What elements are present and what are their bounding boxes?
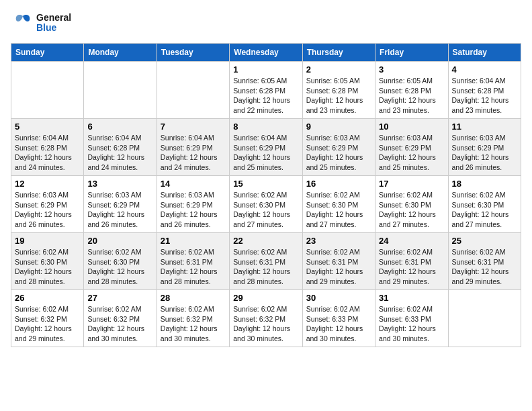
weekday-header: Saturday (448, 44, 521, 62)
day-info: Sunrise: 6:03 AMSunset: 6:29 PMDaylight:… (306, 133, 371, 173)
day-info: Sunrise: 6:02 AMSunset: 6:31 PMDaylight:… (233, 247, 298, 287)
day-number: 12 (15, 179, 80, 189)
day-number: 29 (233, 293, 298, 303)
calendar-day-cell: 23Sunrise: 6:02 AMSunset: 6:31 PMDayligh… (302, 233, 375, 290)
calendar-day-cell: 7Sunrise: 6:04 AMSunset: 6:29 PMDaylight… (157, 119, 229, 176)
calendar-week-row: 12Sunrise: 6:03 AMSunset: 6:29 PMDayligh… (11, 176, 521, 233)
day-number: 21 (161, 236, 226, 246)
day-number: 10 (379, 122, 444, 132)
calendar-day-cell: 16Sunrise: 6:02 AMSunset: 6:30 PMDayligh… (302, 176, 375, 233)
calendar-day-cell: 4Sunrise: 6:04 AMSunset: 6:28 PMDaylight… (448, 62, 521, 119)
day-info: Sunrise: 6:04 AMSunset: 6:28 PMDaylight:… (15, 133, 80, 173)
day-info: Sunrise: 6:05 AMSunset: 6:28 PMDaylight:… (233, 76, 298, 116)
day-info: Sunrise: 6:02 AMSunset: 6:32 PMDaylight:… (161, 304, 226, 344)
calendar-table: SundayMondayTuesdayWednesdayThursdayFrid… (11, 43, 521, 347)
calendar-day-cell: 19Sunrise: 6:02 AMSunset: 6:30 PMDayligh… (11, 233, 84, 290)
day-number: 19 (15, 236, 80, 246)
day-info: Sunrise: 6:03 AMSunset: 6:29 PMDaylight:… (452, 133, 517, 173)
calendar-day-cell: 10Sunrise: 6:03 AMSunset: 6:29 PMDayligh… (375, 119, 448, 176)
calendar-day-cell: 11Sunrise: 6:03 AMSunset: 6:29 PMDayligh… (448, 119, 521, 176)
day-info: Sunrise: 6:03 AMSunset: 6:29 PMDaylight:… (379, 133, 444, 173)
calendar-week-row: 26Sunrise: 6:02 AMSunset: 6:32 PMDayligh… (11, 290, 521, 347)
calendar-day-cell: 22Sunrise: 6:02 AMSunset: 6:31 PMDayligh… (230, 233, 302, 290)
day-number: 5 (15, 122, 80, 132)
day-info: Sunrise: 6:03 AMSunset: 6:29 PMDaylight:… (161, 190, 226, 230)
day-number: 1 (233, 64, 298, 75)
day-number: 20 (87, 236, 152, 246)
calendar-day-cell: 25Sunrise: 6:02 AMSunset: 6:31 PMDayligh… (448, 233, 521, 290)
calendar-day-cell (84, 62, 157, 119)
calendar-day-cell: 6Sunrise: 6:04 AMSunset: 6:28 PMDaylight… (84, 119, 157, 176)
page-header: General Blue (11, 11, 521, 35)
day-number: 16 (306, 179, 371, 189)
calendar-day-cell: 5Sunrise: 6:04 AMSunset: 6:28 PMDaylight… (11, 119, 84, 176)
calendar-day-cell: 27Sunrise: 6:02 AMSunset: 6:32 PMDayligh… (84, 290, 157, 347)
day-number: 31 (379, 293, 444, 303)
calendar-day-cell: 28Sunrise: 6:02 AMSunset: 6:32 PMDayligh… (157, 290, 229, 347)
day-info: Sunrise: 6:02 AMSunset: 6:30 PMDaylight:… (306, 190, 371, 230)
day-number: 25 (452, 236, 517, 246)
day-number: 11 (452, 122, 517, 132)
day-info: Sunrise: 6:04 AMSunset: 6:28 PMDaylight:… (87, 133, 152, 173)
calendar-day-cell: 30Sunrise: 6:02 AMSunset: 6:33 PMDayligh… (302, 290, 375, 347)
calendar-day-cell: 12Sunrise: 6:03 AMSunset: 6:29 PMDayligh… (11, 176, 84, 233)
day-info: Sunrise: 6:02 AMSunset: 6:30 PMDaylight:… (379, 190, 444, 230)
calendar-day-cell: 8Sunrise: 6:04 AMSunset: 6:29 PMDaylight… (230, 119, 302, 176)
day-number: 13 (87, 179, 152, 189)
day-info: Sunrise: 6:02 AMSunset: 6:31 PMDaylight:… (452, 247, 517, 287)
calendar-day-cell: 17Sunrise: 6:02 AMSunset: 6:30 PMDayligh… (375, 176, 448, 233)
day-info: Sunrise: 6:02 AMSunset: 6:30 PMDaylight:… (15, 247, 80, 287)
day-info: Sunrise: 6:04 AMSunset: 6:29 PMDaylight:… (161, 133, 226, 173)
calendar-day-cell: 26Sunrise: 6:02 AMSunset: 6:32 PMDayligh… (11, 290, 84, 347)
day-number: 18 (452, 179, 517, 189)
weekday-header: Monday (84, 44, 157, 62)
calendar-day-cell: 29Sunrise: 6:02 AMSunset: 6:32 PMDayligh… (230, 290, 302, 347)
calendar-day-cell (448, 290, 521, 347)
calendar-day-cell: 15Sunrise: 6:02 AMSunset: 6:30 PMDayligh… (230, 176, 302, 233)
weekday-header: Wednesday (230, 44, 302, 62)
day-info: Sunrise: 6:02 AMSunset: 6:31 PMDaylight:… (161, 247, 226, 287)
day-info: Sunrise: 6:04 AMSunset: 6:29 PMDaylight:… (233, 133, 298, 173)
day-number: 28 (161, 293, 226, 303)
day-number: 15 (233, 179, 298, 189)
calendar-day-cell: 18Sunrise: 6:02 AMSunset: 6:30 PMDayligh… (448, 176, 521, 233)
logo-blue: Blue (36, 23, 71, 33)
day-info: Sunrise: 6:02 AMSunset: 6:30 PMDaylight:… (452, 190, 517, 230)
weekday-header: Friday (375, 44, 448, 62)
day-number: 23 (306, 236, 371, 246)
calendar-week-row: 19Sunrise: 6:02 AMSunset: 6:30 PMDayligh… (11, 233, 521, 290)
logo-bird-icon (11, 11, 35, 35)
calendar-day-cell: 9Sunrise: 6:03 AMSunset: 6:29 PMDaylight… (302, 119, 375, 176)
calendar-day-cell: 13Sunrise: 6:03 AMSunset: 6:29 PMDayligh… (84, 176, 157, 233)
weekday-header: Tuesday (157, 44, 229, 62)
day-number: 17 (379, 179, 444, 189)
day-number: 22 (233, 236, 298, 246)
weekday-header: Sunday (11, 44, 84, 62)
day-info: Sunrise: 6:02 AMSunset: 6:30 PMDaylight:… (233, 190, 298, 230)
day-number: 30 (306, 293, 371, 303)
calendar-week-row: 5Sunrise: 6:04 AMSunset: 6:28 PMDaylight… (11, 119, 521, 176)
day-info: Sunrise: 6:02 AMSunset: 6:32 PMDaylight:… (15, 304, 80, 344)
calendar-day-cell: 20Sunrise: 6:02 AMSunset: 6:30 PMDayligh… (84, 233, 157, 290)
day-info: Sunrise: 6:02 AMSunset: 6:32 PMDaylight:… (87, 304, 152, 344)
day-info: Sunrise: 6:02 AMSunset: 6:33 PMDaylight:… (306, 304, 371, 344)
day-info: Sunrise: 6:03 AMSunset: 6:29 PMDaylight:… (15, 190, 80, 230)
day-info: Sunrise: 6:02 AMSunset: 6:32 PMDaylight:… (233, 304, 298, 344)
logo: General Blue (11, 11, 71, 35)
calendar-header-row: SundayMondayTuesdayWednesdayThursdayFrid… (11, 44, 521, 62)
calendar-day-cell: 3Sunrise: 6:05 AMSunset: 6:28 PMDaylight… (375, 62, 448, 119)
day-number: 3 (379, 64, 444, 75)
day-number: 9 (306, 122, 371, 132)
day-info: Sunrise: 6:05 AMSunset: 6:28 PMDaylight:… (306, 76, 371, 116)
day-number: 27 (87, 293, 152, 303)
day-number: 2 (306, 64, 371, 75)
calendar-day-cell: 1Sunrise: 6:05 AMSunset: 6:28 PMDaylight… (230, 62, 302, 119)
day-info: Sunrise: 6:03 AMSunset: 6:29 PMDaylight:… (87, 190, 152, 230)
day-number: 8 (233, 122, 298, 132)
logo-general: General (36, 13, 71, 23)
day-info: Sunrise: 6:02 AMSunset: 6:31 PMDaylight:… (306, 247, 371, 287)
day-info: Sunrise: 6:02 AMSunset: 6:31 PMDaylight:… (379, 247, 444, 287)
day-info: Sunrise: 6:05 AMSunset: 6:28 PMDaylight:… (379, 76, 444, 116)
calendar-day-cell (11, 62, 84, 119)
calendar-day-cell: 24Sunrise: 6:02 AMSunset: 6:31 PMDayligh… (375, 233, 448, 290)
